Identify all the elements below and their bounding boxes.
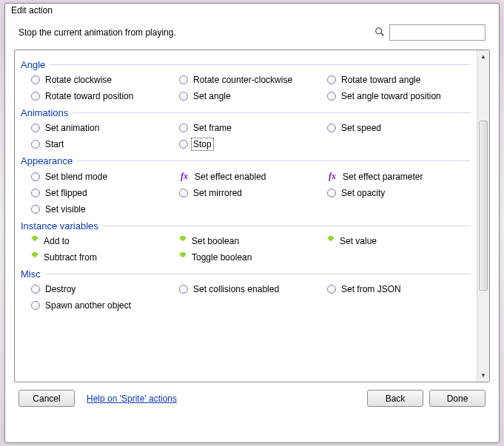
- action-item[interactable]: Start: [31, 139, 179, 149]
- done-button[interactable]: Done: [429, 390, 485, 407]
- group-title: Instance variables: [21, 220, 103, 232]
- action-item-label: Start: [44, 139, 64, 149]
- variable-icon: [327, 236, 335, 246]
- radio-icon: [179, 124, 188, 132]
- cancel-button[interactable]: Cancel: [19, 390, 75, 407]
- group-divider: [45, 274, 471, 274]
- radio-icon: [179, 75, 188, 84]
- group-misc: MiscDestroySet collisions enabledSet fro…: [21, 268, 471, 311]
- action-item[interactable]: Destroy: [31, 284, 179, 294]
- action-item[interactable]: fxSet effect parameter: [327, 171, 475, 182]
- action-item[interactable]: Stop: [179, 139, 327, 149]
- group-header: Angle: [21, 59, 471, 70]
- action-item-label: Set opacity: [340, 188, 386, 198]
- action-item-label: Set blend mode: [44, 172, 108, 182]
- scroll-down-arrow[interactable]: ▼: [477, 369, 489, 382]
- fx-icon: fx: [179, 171, 189, 182]
- scroll-thumb[interactable]: [479, 121, 488, 291]
- action-item-label: Set frame: [192, 123, 232, 133]
- group-items: Add toSet booleanSet valueSubtract fromT…: [21, 236, 471, 263]
- edit-action-dialog: Edit action Stop the current animation f…: [4, 3, 500, 443]
- action-item[interactable]: Set frame: [179, 123, 327, 133]
- search-input[interactable]: [389, 24, 485, 41]
- radio-icon: [31, 205, 40, 214]
- action-item-label: Set angle: [192, 91, 232, 101]
- action-item-label: Rotate counter-clockwise: [192, 75, 293, 85]
- action-item-label: Stop: [192, 139, 212, 149]
- group-animations: AnimationsSet animationSet frameSet spee…: [21, 107, 471, 149]
- action-item-label: Add to: [43, 236, 70, 246]
- search-icon: [374, 27, 385, 39]
- action-item[interactable]: Set boolean: [179, 236, 327, 246]
- action-item[interactable]: Set speed: [327, 123, 475, 133]
- radio-icon: [31, 124, 40, 132]
- action-item-label: Set value: [339, 236, 377, 246]
- radio-icon: [327, 75, 336, 84]
- action-item-label: Set animation: [44, 123, 100, 133]
- action-item[interactable]: Set opacity: [327, 188, 475, 198]
- description-row: Stop the current animation from playing.: [14, 20, 490, 45]
- action-item[interactable]: Set visible: [31, 204, 179, 214]
- group-items: Rotate clockwiseRotate counter-clockwise…: [21, 75, 471, 101]
- radio-icon: [327, 124, 336, 132]
- group-divider: [73, 112, 471, 113]
- action-item[interactable]: Rotate clockwise: [31, 75, 179, 85]
- group-header: Animations: [21, 107, 471, 118]
- action-item-label: Subtract from: [43, 252, 98, 263]
- group-divider: [50, 64, 471, 65]
- actions-list: AngleRotate clockwiseRotate counter-cloc…: [14, 50, 490, 382]
- action-item[interactable]: Rotate counter-clockwise: [179, 75, 327, 85]
- action-item[interactable]: Spawn another object: [31, 300, 179, 311]
- group-divider: [103, 226, 471, 226]
- radio-icon: [327, 92, 336, 101]
- group-appearance: AppearanceSet blend modefxSet effect ena…: [21, 155, 471, 214]
- scroll-up-arrow[interactable]: ▲: [477, 50, 489, 63]
- window-title: Edit action: [5, 4, 499, 17]
- action-item[interactable]: Set flipped: [31, 188, 179, 198]
- action-item[interactable]: Set value: [327, 236, 475, 246]
- group-title: Appearance: [21, 155, 77, 166]
- radio-icon: [179, 285, 188, 294]
- action-item[interactable]: Rotate toward position: [31, 91, 179, 101]
- group-items: Set blend modefxSet effect enabledfxSet …: [21, 171, 471, 214]
- radio-icon: [327, 189, 336, 197]
- action-item[interactable]: Set from JSON: [327, 284, 475, 294]
- action-item[interactable]: Set animation: [31, 123, 179, 133]
- help-link[interactable]: Help on 'Sprite' actions: [87, 393, 177, 404]
- action-item[interactable]: Set blend mode: [31, 171, 179, 182]
- svg-point-0: [376, 27, 382, 33]
- action-item[interactable]: Subtract from: [31, 252, 179, 263]
- group-title: Misc: [21, 268, 45, 280]
- action-item[interactable]: Add to: [31, 236, 179, 246]
- dialog-footer: Cancel Help on 'Sprite' actions Back Don…: [14, 382, 490, 407]
- action-item-label: Set flipped: [44, 188, 88, 198]
- action-item[interactable]: Set angle: [179, 91, 327, 101]
- action-item-label: Rotate toward angle: [340, 75, 421, 85]
- action-item-label: Set collisions enabled: [192, 284, 280, 294]
- scrollbar[interactable]: ▲ ▼: [477, 50, 489, 382]
- action-item[interactable]: Rotate toward angle: [327, 75, 475, 85]
- action-item-label: Destroy: [44, 284, 76, 294]
- back-button[interactable]: Back: [367, 390, 423, 407]
- action-item[interactable]: fxSet effect enabled: [179, 171, 327, 182]
- action-item-label: Set boolean: [191, 236, 240, 246]
- group-divider: [77, 161, 471, 161]
- action-item-label: Set mirrored: [192, 188, 243, 198]
- variable-icon: [31, 236, 38, 246]
- action-item[interactable]: Set mirrored: [179, 188, 327, 198]
- group-title: Angle: [21, 59, 50, 70]
- radio-icon: [327, 285, 336, 294]
- group-angle: AngleRotate clockwiseRotate counter-cloc…: [21, 59, 471, 101]
- action-item[interactable]: Toggle boolean: [179, 252, 327, 263]
- group-header: Appearance: [21, 155, 471, 166]
- radio-icon: [31, 172, 40, 181]
- action-item[interactable]: Set angle toward position: [327, 91, 475, 101]
- group-items: Set animationSet frameSet speedStartStop: [21, 123, 471, 149]
- group-header: Instance variables: [21, 220, 471, 232]
- variable-icon: [179, 236, 187, 246]
- action-item-label: Set visible: [44, 204, 87, 214]
- fx-icon: fx: [327, 171, 337, 182]
- action-item[interactable]: Set collisions enabled: [179, 284, 327, 294]
- radio-icon: [31, 285, 40, 294]
- variable-icon: [31, 252, 38, 263]
